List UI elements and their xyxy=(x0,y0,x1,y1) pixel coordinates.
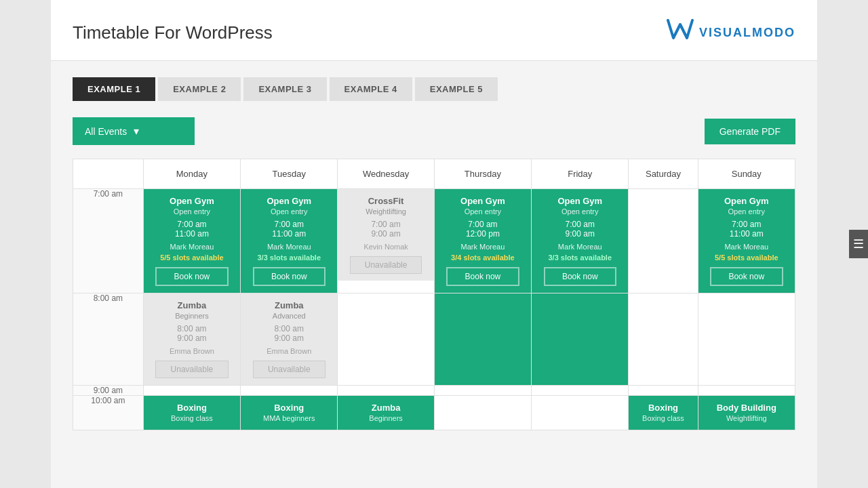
tab-example1[interactable]: EXAMPLE 1 xyxy=(73,77,155,101)
tabs-bar: EXAMPLE 1 EXAMPLE 2 EXAMPLE 3 EXAMPLE 4 … xyxy=(73,77,795,101)
event-type: Open entry xyxy=(174,207,210,216)
event-type: Weightlifting xyxy=(726,414,767,422)
table-row: Open GymOpen entry7:00 am11:00 amMark Mo… xyxy=(241,189,338,293)
table-row xyxy=(241,386,338,396)
time-label-3: 10:00 am xyxy=(73,396,144,430)
event-name: Open Gym xyxy=(170,196,214,206)
col-header-time xyxy=(73,159,144,189)
table-row xyxy=(629,386,698,396)
event-type: MMA beginners xyxy=(263,414,315,422)
book-now-button[interactable]: Book now xyxy=(155,267,228,286)
table-row xyxy=(698,386,795,396)
event-slots: 3/4 slots available xyxy=(451,253,515,262)
table-row: ZumbaBeginners8:00 am9:00 amEmma BrownUn… xyxy=(143,293,240,386)
event-trainer: Kevin Nomak xyxy=(363,243,408,251)
event-type: Open entry xyxy=(561,207,598,216)
event-type: Beginners xyxy=(175,312,209,320)
col-header-sunday: Sunday xyxy=(698,159,795,189)
col-header-monday: Monday xyxy=(143,159,240,189)
table-row: Open GymOpen entry7:00 am12:00 pmMark Mo… xyxy=(434,189,531,293)
book-now-button[interactable]: Book now xyxy=(446,267,519,286)
time-label-1: 8:00 am xyxy=(73,293,144,386)
event-slots: 5/5 slots available xyxy=(715,253,778,262)
event-trainer: Mark Moreau xyxy=(461,243,505,251)
event-type: Advanced xyxy=(273,312,306,320)
event-trainer: Emma Brown xyxy=(267,347,311,355)
event-type: Open entry xyxy=(271,207,307,216)
table-row xyxy=(434,396,531,430)
event-slots: 3/3 slots available xyxy=(548,253,612,262)
event-name: Zumba xyxy=(275,300,304,310)
event-type: Boxing class xyxy=(642,414,684,422)
table-row: ZumbaAdvanced8:00 am9:00 amEmma BrownUna… xyxy=(241,293,338,386)
col-header-wednesday: Wednesday xyxy=(338,159,434,189)
page-title: Timetable For WordPress xyxy=(73,22,273,43)
event-name: Boxing xyxy=(274,403,304,413)
event-type: Open entry xyxy=(465,207,501,216)
event-type: Boxing class xyxy=(171,414,213,422)
event-type: Weightlifting xyxy=(366,207,406,216)
event-trainer: Mark Moreau xyxy=(267,243,311,251)
table-row: BoxingBoxing class xyxy=(143,396,240,430)
event-slots: 5/5 slots available xyxy=(160,253,224,262)
table-row: Body BuildingWeightlifting xyxy=(698,396,795,430)
event-time: 7:00 am11:00 am xyxy=(175,220,209,239)
header: Timetable For WordPress VISUALMODO xyxy=(51,0,817,61)
tab-example3[interactable]: EXAMPLE 3 xyxy=(243,77,326,101)
table-row xyxy=(532,293,629,386)
unavailable-button[interactable]: Unavailable xyxy=(253,361,326,378)
unavailable-button[interactable]: Unavailable xyxy=(350,256,422,274)
tab-example4[interactable]: EXAMPLE 4 xyxy=(330,77,412,101)
table-row xyxy=(338,293,434,386)
event-time: 7:00 am9:00 am xyxy=(566,220,595,239)
event-name: Zumba xyxy=(372,403,401,413)
sidebar-handle[interactable]: ☰ xyxy=(849,230,868,258)
table-row xyxy=(629,189,698,293)
col-header-thursday: Thursday xyxy=(434,159,531,189)
dropdown-label: All Events xyxy=(85,126,127,137)
table-row: Open GymOpen entry7:00 am11:00 amMark Mo… xyxy=(698,189,795,293)
all-events-dropdown[interactable]: All Events ▾ xyxy=(73,117,195,145)
table-row xyxy=(698,293,795,386)
time-label-2: 9:00 am xyxy=(73,386,144,396)
event-name: Body Building xyxy=(717,403,776,413)
event-time: 7:00 am11:00 am xyxy=(272,220,306,239)
table-row xyxy=(434,293,531,386)
event-name: Open Gym xyxy=(557,196,602,206)
book-now-button[interactable]: Book now xyxy=(710,267,783,286)
book-now-button[interactable]: Book now xyxy=(253,267,326,286)
table-row xyxy=(629,293,698,386)
table-row: CrossFitWeightlifting7:00 am9:00 amKevin… xyxy=(338,189,434,293)
unavailable-button[interactable]: Unavailable xyxy=(155,361,228,378)
book-now-button[interactable]: Book now xyxy=(544,267,616,286)
table-row xyxy=(143,386,240,396)
event-time: 7:00 am11:00 am xyxy=(730,220,764,239)
event-trainer: Mark Moreau xyxy=(170,243,214,251)
event-trainer: Mark Moreau xyxy=(724,243,768,251)
table-row: BoxingMMA beginners xyxy=(241,396,338,430)
timetable: Monday Tuesday Wednesday Thursday Friday… xyxy=(73,159,795,430)
table-row: Open GymOpen entry7:00 am9:00 amMark Mor… xyxy=(532,189,629,293)
event-trainer: Mark Moreau xyxy=(558,243,602,251)
generate-pdf-button[interactable]: Generate PDF xyxy=(705,119,795,144)
col-header-tuesday: Tuesday xyxy=(241,159,338,189)
chevron-down-icon: ▾ xyxy=(134,125,139,138)
event-name: Boxing xyxy=(648,403,678,413)
table-row: BoxingBoxing class xyxy=(629,396,698,430)
time-label-0: 7:00 am xyxy=(73,189,144,293)
logo-text: VISUALMODO xyxy=(699,26,795,40)
tab-example2[interactable]: EXAMPLE 2 xyxy=(158,77,241,101)
table-row: ZumbaBeginners xyxy=(338,396,434,430)
event-name: Open Gym xyxy=(267,196,311,206)
event-name: Boxing xyxy=(177,403,207,413)
event-type: Beginners xyxy=(369,414,403,422)
event-name: Zumba xyxy=(178,300,207,310)
table-row xyxy=(532,386,629,396)
toolbar: All Events ▾ Generate PDF xyxy=(73,117,795,145)
tab-example5[interactable]: EXAMPLE 5 xyxy=(415,77,498,101)
event-name: CrossFit xyxy=(368,196,404,206)
logo: VISUALMODO xyxy=(667,19,795,47)
event-time: 7:00 am12:00 pm xyxy=(466,220,500,239)
col-header-friday: Friday xyxy=(532,159,629,189)
table-row xyxy=(532,396,629,430)
